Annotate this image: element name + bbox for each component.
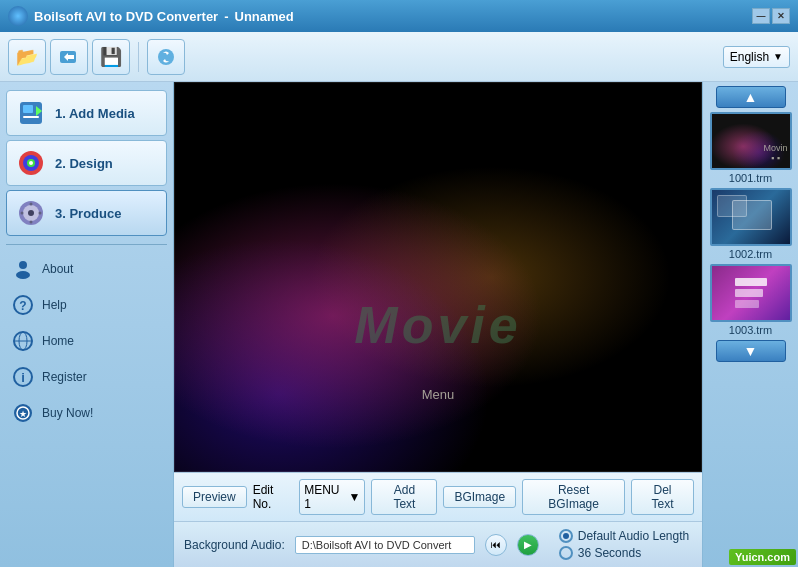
toolbar: 📂 💾 English ▼ — [0, 32, 798, 82]
menu-dropdown-icon: ▼ — [348, 490, 360, 504]
help-icon: ? — [12, 294, 34, 316]
title-separator: - — [224, 9, 228, 24]
home-icon — [12, 330, 34, 352]
thumbnail-1002[interactable]: 1002.trm — [710, 188, 792, 260]
refresh-button[interactable] — [147, 39, 185, 75]
svg-point-15 — [30, 203, 33, 206]
bottom-toolbar: Preview Edit No. MENU 1 ▼ Add Text BGIma… — [174, 472, 702, 521]
language-dropdown-icon: ▼ — [773, 51, 783, 62]
svg-point-3 — [158, 49, 174, 65]
preview-grid — [174, 82, 702, 472]
thumbnail-panel: ▲ Movin▪ ▪ 1001.trm 1002.trm — [702, 82, 798, 567]
sidebar-register-link[interactable]: i Register — [6, 361, 167, 393]
sidebar-divider — [6, 244, 167, 245]
language-selector[interactable]: English ▼ — [723, 46, 790, 68]
thumbnail-1003[interactable]: 1003.trm — [710, 264, 792, 336]
svg-rect-5 — [23, 105, 33, 113]
thumbnail-1001-label: 1001.trm — [710, 172, 792, 184]
audio-play-button[interactable]: ▶ — [517, 534, 539, 556]
minimize-button[interactable]: — — [752, 8, 770, 24]
radio-default-dot — [559, 529, 573, 543]
radio-36-seconds[interactable]: 36 Seconds — [559, 546, 689, 560]
bg-image-button[interactable]: BGImage — [443, 486, 516, 508]
svg-rect-2 — [68, 55, 74, 59]
svg-text:i: i — [21, 370, 25, 385]
step-design-label: 2. Design — [55, 156, 113, 171]
svg-point-20 — [16, 271, 30, 279]
add-text-button[interactable]: Add Text — [371, 479, 437, 515]
audio-label: Background Audio: — [184, 538, 285, 552]
add-media-icon — [15, 97, 47, 129]
audio-options: Default Audio Length 36 Seconds — [559, 529, 689, 560]
edit-no-label: Edit No. — [253, 483, 293, 511]
title-left: Boilsoft AVI to DVD Converter - Unnamed — [8, 6, 294, 26]
sidebar-home-link[interactable]: Home — [6, 325, 167, 357]
del-text-button[interactable]: Del Text — [631, 479, 694, 515]
step-produce[interactable]: 3. Produce — [6, 190, 167, 236]
thumbnail-1002-label: 1002.trm — [710, 248, 792, 260]
radio-default-audio[interactable]: Default Audio Length — [559, 529, 689, 543]
open-file-button[interactable]: 📂 — [8, 39, 46, 75]
radio-36-dot — [559, 546, 573, 560]
radio-default-label: Default Audio Length — [578, 529, 689, 543]
window-controls: — ✕ — [752, 8, 790, 24]
preview-container: Movie Menu — [174, 82, 702, 472]
sidebar-about-link[interactable]: About — [6, 253, 167, 285]
design-icon — [15, 147, 47, 179]
svg-point-16 — [30, 221, 33, 224]
svg-point-14 — [28, 210, 34, 216]
home-label: Home — [42, 334, 74, 348]
step-add-media[interactable]: 1. Add Media — [6, 90, 167, 136]
buynow-label: Buy Now! — [42, 406, 93, 420]
svg-point-19 — [19, 261, 27, 269]
svg-point-11 — [29, 161, 33, 165]
buynow-icon: ★ — [12, 402, 34, 424]
about-icon — [12, 258, 34, 280]
svg-rect-7 — [23, 116, 39, 118]
svg-text:?: ? — [19, 299, 26, 313]
preview-button[interactable]: Preview — [182, 486, 247, 508]
about-label: About — [42, 262, 73, 276]
preview-menu-text: Menu — [422, 387, 455, 402]
sidebar-buynow-link[interactable]: ★ Buy Now! — [6, 397, 167, 429]
content-area: Movie Menu Preview Edit No. MENU 1 ▼ Add… — [174, 82, 702, 567]
svg-point-17 — [21, 212, 24, 215]
thumb1-text: Movin▪ ▪ — [763, 143, 787, 163]
main-layout: 1. Add Media 2. Design — [0, 82, 798, 567]
radio-36-label: 36 Seconds — [578, 546, 641, 560]
svg-point-18 — [39, 212, 42, 215]
scroll-down-button[interactable]: ▼ — [716, 340, 786, 362]
step-design[interactable]: 2. Design — [6, 140, 167, 186]
audio-prev-button[interactable]: ⏮ — [485, 534, 507, 556]
thumbnail-1003-label: 1003.trm — [710, 324, 792, 336]
preview-canvas: Movie Menu — [174, 82, 702, 472]
step-add-media-label: 1. Add Media — [55, 106, 135, 121]
sidebar-help-link[interactable]: ? Help — [6, 289, 167, 321]
thumbnail-1003-img — [710, 264, 792, 322]
close-button[interactable]: ✕ — [772, 8, 790, 24]
back-button[interactable] — [50, 39, 88, 75]
step-produce-label: 3. Produce — [55, 206, 121, 221]
register-icon: i — [12, 366, 34, 388]
thumbnail-1002-img — [710, 188, 792, 246]
preview-movie-text: Movie — [354, 295, 521, 355]
menu-value: MENU 1 — [304, 483, 346, 511]
thumbnail-1001-img: Movin▪ ▪ — [710, 112, 792, 170]
title-bar: Boilsoft AVI to DVD Converter - Unnamed … — [0, 0, 798, 32]
project-name: Unnamed — [235, 9, 294, 24]
save-button[interactable]: 💾 — [92, 39, 130, 75]
sidebar: 1. Add Media 2. Design — [0, 82, 174, 567]
menu-select[interactable]: MENU 1 ▼ — [299, 479, 365, 515]
svg-text:★: ★ — [19, 409, 27, 419]
toolbar-separator — [138, 42, 139, 72]
language-label: English — [730, 50, 769, 64]
audio-path: D:\Boilsoft AVI to DVD Convert — [295, 536, 475, 554]
app-title: Boilsoft AVI to DVD Converter — [34, 9, 218, 24]
app-icon — [8, 6, 28, 26]
help-label: Help — [42, 298, 67, 312]
audio-bar: Background Audio: D:\Boilsoft AVI to DVD… — [174, 521, 702, 567]
watermark: Yuicn.com — [729, 549, 796, 565]
scroll-up-button[interactable]: ▲ — [716, 86, 786, 108]
thumbnail-1001[interactable]: Movin▪ ▪ 1001.trm — [710, 112, 792, 184]
reset-bg-image-button[interactable]: Reset BGImage — [522, 479, 625, 515]
